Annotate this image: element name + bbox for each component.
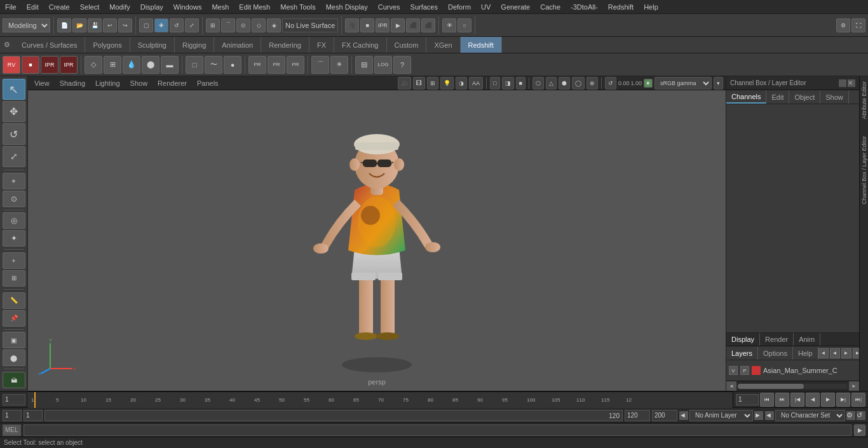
render4-btn[interactable]: ⬛ bbox=[421, 18, 435, 32]
color-space-dropdown[interactable]: sRGB gamma bbox=[654, 77, 712, 90]
tab-edit[interactable]: Edit bbox=[766, 90, 789, 104]
module-settings-icon[interactable]: ⚙ bbox=[0, 37, 14, 53]
tab-display[interactable]: Display bbox=[726, 333, 760, 346]
render3-btn[interactable]: ⬛ bbox=[406, 18, 420, 32]
vt-cam-btn[interactable]: 🎥 bbox=[398, 77, 411, 90]
render-preview-btn[interactable]: ⬤ bbox=[3, 350, 25, 366]
settings-btn[interactable]: ⚙ bbox=[836, 18, 850, 32]
vt-shade1-btn[interactable]: □ bbox=[490, 77, 499, 90]
sub-tab-help[interactable]: Help bbox=[793, 346, 818, 360]
menu-edit[interactable]: Edit bbox=[22, 2, 44, 12]
shelf-btn-pr1[interactable]: PR bbox=[248, 56, 266, 74]
menu-modify[interactable]: Modify bbox=[104, 2, 135, 12]
menu-help[interactable]: Help bbox=[639, 2, 663, 12]
tab-fx[interactable]: FX bbox=[309, 37, 334, 53]
paint-select-btn[interactable]: ⊙ bbox=[3, 191, 25, 207]
camera-btn[interactable]: 🎥 bbox=[345, 18, 359, 32]
redo-btn[interactable]: ↪ bbox=[118, 18, 132, 32]
snap-tool-btn[interactable]: + bbox=[3, 252, 25, 269]
save-file-btn[interactable]: 💾 bbox=[88, 18, 102, 32]
shelf-btn-light[interactable]: ☀ bbox=[330, 56, 348, 74]
anim-layer-dropdown[interactable]: No Anim Layer bbox=[689, 410, 753, 421]
layer-visibility-btn[interactable]: V bbox=[729, 366, 738, 375]
soft-select-btn[interactable]: ◎ bbox=[3, 212, 25, 229]
frame-counter-input[interactable] bbox=[736, 394, 759, 405]
channel-box-layer-tab[interactable]: Channel Box / Layer Editor bbox=[860, 131, 869, 210]
tab-custom[interactable]: Custom bbox=[387, 37, 427, 53]
layer-color-swatch[interactable] bbox=[752, 366, 761, 375]
vt-wire-btn[interactable]: ⬡ bbox=[532, 77, 544, 90]
scale-btn[interactable]: ⤢ bbox=[185, 18, 199, 32]
tab-show[interactable]: Show bbox=[820, 90, 849, 104]
vt-clr-arrow[interactable]: ▾ bbox=[714, 77, 723, 90]
menu-uv[interactable]: UV bbox=[476, 2, 496, 12]
shelf-btn-log[interactable]: IPR bbox=[60, 56, 78, 74]
menu-cache[interactable]: Cache bbox=[535, 2, 566, 12]
menu-mesh[interactable]: Mesh bbox=[207, 2, 234, 12]
open-file-btn[interactable]: 📂 bbox=[72, 18, 86, 32]
prev-key-btn[interactable]: |◀ bbox=[790, 393, 804, 407]
shelf-btn-mat1[interactable]: ▤ bbox=[355, 56, 373, 74]
shelf-btn-diamond[interactable]: ◇ bbox=[85, 56, 102, 74]
max-time-input[interactable] bbox=[652, 410, 677, 421]
step-back-btn[interactable]: ⏭ bbox=[775, 393, 789, 407]
tab-xgen[interactable]: XGen bbox=[426, 37, 460, 53]
playback-end-input[interactable] bbox=[625, 410, 650, 421]
shelf-btn-drop[interactable]: 💧 bbox=[123, 56, 140, 74]
sub-tab-options[interactable]: Options bbox=[758, 346, 793, 360]
vt-sub-btn[interactable]: ⊕ bbox=[587, 77, 598, 90]
menu-create[interactable]: Create bbox=[44, 2, 75, 12]
vt-smooth-btn[interactable]: ◯ bbox=[572, 77, 585, 90]
fullscreen-btn[interactable]: ⛶ bbox=[851, 18, 865, 32]
vt-poly-btn[interactable]: △ bbox=[546, 77, 557, 90]
menu-select[interactable]: Select bbox=[75, 2, 105, 12]
select-tool-btn[interactable]: ↖ bbox=[3, 79, 25, 100]
renderer-menu[interactable]: Renderer bbox=[154, 78, 191, 88]
vt-aa-btn[interactable]: AA bbox=[469, 77, 483, 90]
time-indicator[interactable] bbox=[34, 392, 36, 408]
shelf-btn-pr2[interactable]: PR bbox=[268, 56, 285, 74]
shelf-btn-sphere[interactable]: ⬤ bbox=[142, 56, 159, 74]
tab-rigging[interactable]: Rigging bbox=[175, 37, 214, 53]
move-tool-btn[interactable]: ✥ bbox=[3, 101, 25, 122]
go-end-btn[interactable]: ⏭| bbox=[851, 393, 865, 407]
tab-redshift[interactable]: Redshift bbox=[461, 37, 502, 53]
paint-tool-btn[interactable]: ✦ bbox=[3, 230, 25, 247]
annotation-btn[interactable]: 📌 bbox=[3, 310, 25, 327]
panel-minimize-btn[interactable] bbox=[839, 79, 846, 87]
menu-surfaces[interactable]: Surfaces bbox=[405, 2, 443, 12]
render2-btn[interactable]: ▶ bbox=[391, 18, 405, 32]
time-range-slider[interactable]: 120 bbox=[44, 410, 623, 421]
scroll-track[interactable] bbox=[738, 384, 848, 389]
shelf-btn-pr3[interactable]: PR bbox=[287, 56, 304, 74]
range-curr-input[interactable] bbox=[24, 410, 43, 421]
range-start-input[interactable] bbox=[3, 410, 22, 421]
anim-layer-arrow-right[interactable]: ► bbox=[754, 411, 763, 420]
char-set-btn-2[interactable]: ↺ bbox=[857, 411, 865, 420]
snap-grid-btn[interactable]: ⊞ bbox=[206, 18, 220, 32]
menu-windows[interactable]: Windows bbox=[168, 2, 207, 12]
panel-close-btn[interactable]: ✕ bbox=[848, 79, 855, 87]
layer-playback-btn[interactable]: P bbox=[740, 366, 749, 375]
timeline-track[interactable]: 1 5 10 15 20 25 30 35 40 45 50 55 60 65 … bbox=[28, 391, 733, 408]
menu-redshift[interactable]: Redshift bbox=[603, 2, 639, 12]
layer-scrollbar[interactable]: ◄ ► bbox=[726, 381, 859, 391]
live-surface-btn[interactable]: ◈ bbox=[267, 18, 281, 32]
menu-edit-mesh[interactable]: Edit Mesh bbox=[234, 2, 275, 12]
next-key-btn[interactable]: ▶| bbox=[836, 393, 850, 407]
tab-fx-caching[interactable]: FX Caching bbox=[334, 37, 386, 53]
workspace-dropdown[interactable]: Modeling bbox=[3, 18, 50, 32]
shelf-btn-2[interactable]: ■ bbox=[22, 56, 39, 74]
tab-animation[interactable]: Animation bbox=[214, 37, 261, 53]
shelf-btn-help[interactable]: ? bbox=[393, 56, 411, 74]
play-back-btn[interactable]: ◀ bbox=[806, 393, 820, 407]
move-btn[interactable]: ✚ bbox=[154, 18, 168, 32]
vt-rot-btn[interactable]: ↺ bbox=[605, 77, 616, 90]
ipr-btn[interactable]: IPR bbox=[376, 18, 390, 32]
menu-generate[interactable]: Generate bbox=[496, 2, 535, 12]
shelf-btn-ipr[interactable]: IPR bbox=[41, 56, 58, 74]
grid-snap-btn[interactable]: ⊞ bbox=[3, 270, 25, 287]
char-set-arrow-left[interactable]: ◄ bbox=[765, 411, 774, 420]
select-btn[interactable]: ▢ bbox=[139, 18, 153, 32]
shelf-btn-cube[interactable]: □ bbox=[186, 56, 203, 74]
